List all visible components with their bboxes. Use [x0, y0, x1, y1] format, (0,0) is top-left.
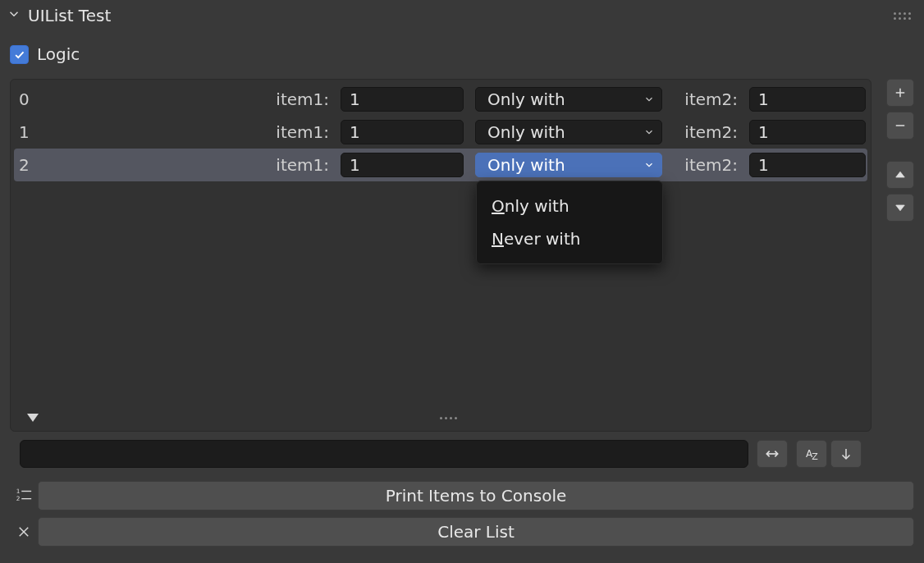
item1-label: item1: — [263, 155, 329, 175]
logic-label: Logic — [37, 44, 80, 64]
svg-text:2: 2 — [16, 495, 21, 502]
svg-marker-5 — [896, 172, 905, 177]
triangle-down-icon — [27, 414, 39, 422]
filter-input[interactable] — [20, 440, 748, 468]
logic-checkbox[interactable] — [10, 45, 29, 64]
item2-field[interactable]: 1 — [749, 153, 866, 177]
panel-header[interactable]: UIList Test — [0, 0, 924, 31]
chevron-down-icon — [643, 89, 655, 109]
item2-label: item2: — [674, 89, 738, 109]
chevron-down-icon — [7, 7, 21, 25]
list-resize-grip[interactable] — [11, 408, 871, 428]
sort-az-button[interactable]: AZ — [796, 440, 827, 468]
uilist-panel: UIList Test Logic 0 item1: 1 Only with — [0, 0, 924, 553]
item1-field[interactable]: 1 — [341, 120, 464, 144]
uilist-box[interactable]: 0 item1: 1 Only with item2: 1 1 item1: — [10, 79, 871, 432]
clear-list-button[interactable]: Clear List — [38, 517, 914, 547]
close-icon — [10, 517, 38, 547]
numbered-list-icon: 1 2 — [10, 481, 38, 510]
item2-field[interactable]: 1 — [749, 87, 866, 112]
move-up-button[interactable] — [886, 161, 914, 189]
item2-field[interactable]: 1 — [749, 120, 866, 144]
row-index: 0 — [16, 89, 42, 109]
dropdown-option[interactable]: Only with — [477, 190, 662, 222]
remove-item-button[interactable] — [886, 112, 914, 140]
row-index: 2 — [16, 155, 42, 175]
dropdown-option[interactable]: Never with — [477, 222, 662, 255]
grip-dots-icon — [440, 417, 457, 419]
svg-text:1: 1 — [16, 487, 21, 495]
mode-dropdown[interactable]: Only with — [475, 120, 662, 144]
panel-title: UIList Test — [28, 6, 111, 25]
list-row[interactable]: 1 item1: 1 Only with item2: 1 — [11, 116, 871, 149]
item1-label: item1: — [263, 122, 329, 142]
item1-label: item1: — [263, 89, 329, 109]
row-index: 1 — [16, 122, 42, 142]
mode-dropdown-popup: Only with Never with — [476, 181, 663, 264]
logic-checkbox-row: Logic — [0, 31, 924, 79]
item1-field[interactable]: 1 — [341, 87, 464, 112]
move-down-button[interactable] — [886, 194, 914, 222]
invert-filter-button[interactable] — [757, 440, 788, 468]
svg-marker-6 — [896, 205, 905, 211]
sort-direction-button[interactable] — [830, 440, 862, 468]
add-item-button[interactable] — [886, 79, 914, 107]
mode-dropdown[interactable]: Only with Only with Never with — [475, 153, 662, 177]
item2-label: item2: — [674, 122, 738, 142]
mode-dropdown[interactable]: Only with — [475, 87, 662, 112]
list-row[interactable]: 2 item1: 1 Only with Only with N — [14, 149, 867, 181]
print-items-button[interactable]: Print Items to Console — [38, 481, 914, 510]
chevron-down-icon — [643, 122, 655, 142]
grip-icon[interactable] — [894, 12, 914, 20]
chevron-down-icon — [643, 155, 655, 175]
list-row[interactable]: 0 item1: 1 Only with item2: 1 — [11, 83, 871, 116]
item1-field[interactable]: 1 — [341, 153, 464, 177]
item2-label: item2: — [674, 155, 738, 175]
